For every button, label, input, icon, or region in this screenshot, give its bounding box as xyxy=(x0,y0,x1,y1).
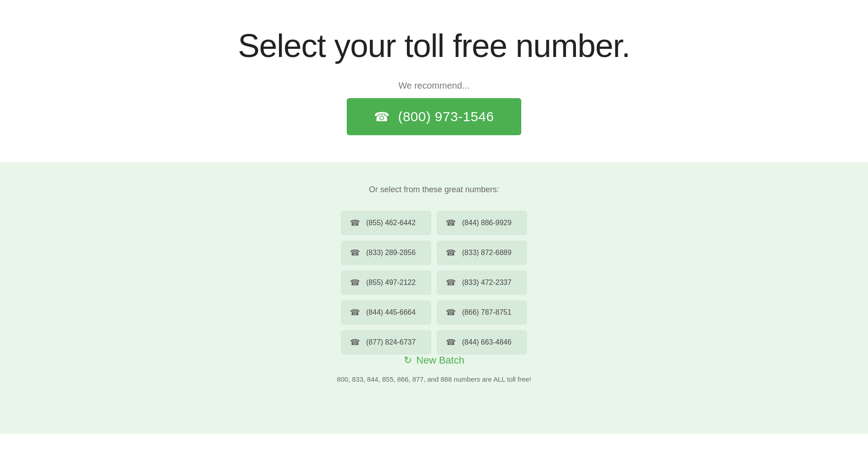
number-text: (833) 289-2856 xyxy=(366,249,415,257)
or-label: Or select from these great numbers: xyxy=(369,185,499,194)
phone-icon-sm: ☎ xyxy=(350,307,360,317)
phone-icon-sm: ☎ xyxy=(446,218,456,228)
number-button-left-2[interactable]: ☎(855) 497-2122 xyxy=(341,270,431,295)
number-text: (877) 824-6737 xyxy=(366,338,415,346)
top-section: Select your toll free number. We recomme… xyxy=(0,0,868,162)
number-button-left-3[interactable]: ☎(844) 445-6664 xyxy=(341,300,431,325)
number-button-right-3[interactable]: ☎(866) 787-8751 xyxy=(437,300,527,325)
number-button-right-4[interactable]: ☎(844) 663-4846 xyxy=(437,330,527,355)
number-button-right-1[interactable]: ☎(833) 872-6889 xyxy=(437,241,527,265)
number-text: (844) 445-6664 xyxy=(366,308,415,317)
number-text: (866) 787-8751 xyxy=(462,308,511,317)
phone-icon-sm: ☎ xyxy=(350,337,360,347)
number-button-right-0[interactable]: ☎(844) 886-9929 xyxy=(437,211,527,235)
number-button-right-2[interactable]: ☎(833) 472-2337 xyxy=(437,270,527,295)
phone-icon-sm: ☎ xyxy=(446,337,456,347)
number-text: (833) 472-2337 xyxy=(462,279,511,287)
new-batch-label: New Batch xyxy=(416,355,464,366)
number-button-left-1[interactable]: ☎(833) 289-2856 xyxy=(341,241,431,265)
refresh-icon: ↻ xyxy=(404,355,412,366)
recommend-label: We recommend... xyxy=(398,80,469,91)
number-text: (855) 497-2122 xyxy=(366,279,415,287)
recommended-number-button[interactable]: ☎ (800) 973-1546 xyxy=(347,98,521,135)
number-button-left-4[interactable]: ☎(877) 824-6737 xyxy=(341,330,431,355)
numbers-col-left: ☎(855) 462-6442☎(833) 289-2856☎(855) 497… xyxy=(341,211,431,355)
phone-icon-sm: ☎ xyxy=(446,248,456,258)
number-text: (833) 872-6889 xyxy=(462,249,511,257)
phone-icon-sm: ☎ xyxy=(446,307,456,317)
phone-icon: ☎ xyxy=(374,109,390,124)
phone-icon-sm: ☎ xyxy=(350,218,360,228)
recommended-number-text: (800) 973-1546 xyxy=(398,109,494,124)
numbers-col-right: ☎(844) 886-9929☎(833) 872-6889☎(833) 472… xyxy=(437,211,527,355)
number-text: (844) 663-4846 xyxy=(462,338,511,346)
number-text: (855) 462-6442 xyxy=(366,219,415,227)
bottom-section: Or select from these great numbers: ☎(85… xyxy=(0,162,868,434)
new-batch-button[interactable]: ↻ New Batch xyxy=(404,355,464,366)
phone-icon-sm: ☎ xyxy=(350,278,360,288)
phone-icon-sm: ☎ xyxy=(446,278,456,288)
page-title: Select your toll free number. xyxy=(238,27,630,64)
toll-free-note: 800, 833, 844, 855, 866, 877, and 888 nu… xyxy=(337,375,531,383)
number-text: (844) 886-9929 xyxy=(462,219,511,227)
phone-icon-sm: ☎ xyxy=(350,248,360,258)
numbers-grid: ☎(855) 462-6442☎(833) 289-2856☎(855) 497… xyxy=(341,211,527,355)
number-button-left-0[interactable]: ☎(855) 462-6442 xyxy=(341,211,431,235)
